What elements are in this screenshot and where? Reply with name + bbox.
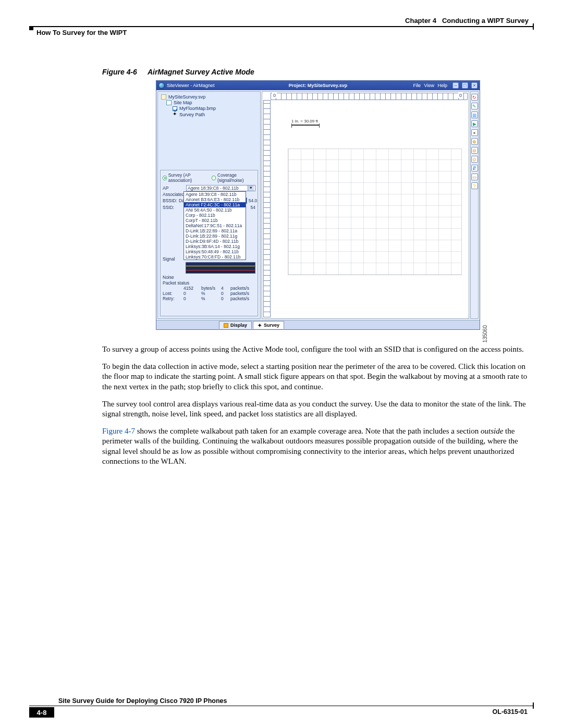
tool-button[interactable]: ⊕ bbox=[471, 138, 478, 145]
figure-caption: Figure 4-6AirMagnet Survey Active Mode bbox=[102, 68, 534, 76]
file-icon bbox=[161, 94, 166, 100]
ruler-horizontal: 0 0 bbox=[271, 93, 468, 100]
assoc-label: Associated: bbox=[163, 192, 185, 197]
dropdown-option[interactable]: D-Link:1B:22:89 - 802.11a bbox=[184, 228, 246, 233]
maximize-button[interactable]: □ bbox=[462, 82, 468, 89]
footer-rule bbox=[29, 706, 534, 707]
signal-label: Signal bbox=[163, 256, 185, 262]
dropdown-option[interactable]: D-Link:D9:6F:4D - 802.11b bbox=[184, 239, 246, 244]
tab-display[interactable]: Display bbox=[219, 321, 252, 329]
dropdown-option[interactable]: Aironet F2:4C:3C - 802.11a bbox=[184, 202, 246, 207]
page-number: 4-8 bbox=[29, 707, 54, 718]
paragraph-1: To survey a group of access points using… bbox=[102, 344, 534, 354]
dropdown-option[interactable]: Agere 18:39:C8 - 802.11b bbox=[184, 192, 246, 197]
minimize-button[interactable]: – bbox=[452, 82, 459, 89]
footer-docid: OL-6315-01 bbox=[493, 708, 528, 715]
tool-button[interactable]: ✎ bbox=[471, 103, 478, 109]
paragraph-4: Figure 4-7 shows the complete walkabout … bbox=[102, 426, 534, 466]
paragraph-3: The survey tool control area displays va… bbox=[102, 399, 534, 419]
ap-dropdown-list[interactable]: Agere 18:39:C8 - 802.11bAironet B3:6A:E3… bbox=[183, 191, 246, 260]
floor-plan bbox=[288, 149, 461, 275]
tool-button[interactable]: ▭ bbox=[471, 174, 478, 180]
dropdown-option[interactable]: CorpT - 802.11b bbox=[184, 218, 246, 223]
header-section: How To Survey for the WIPT bbox=[36, 29, 127, 36]
radio-coverage[interactable]: Coverage (signal/noise) bbox=[212, 172, 255, 183]
airmagnet-screenshot: SiteViewer - AirMagnet Project: MySiteSu… bbox=[156, 80, 480, 330]
noise-label: Noise bbox=[163, 275, 185, 280]
tool-button[interactable]: ⊖ bbox=[471, 147, 478, 154]
display-icon bbox=[224, 323, 228, 328]
image-number: 135060 bbox=[482, 325, 488, 342]
dropdown-option[interactable]: Linksys:50:48:49 - 802.11b bbox=[184, 249, 246, 254]
tool-button[interactable]: ▶ bbox=[471, 120, 478, 127]
paragraph-2: To begin the data collection in active m… bbox=[102, 362, 534, 392]
scale-indicator: 1 in. = 30.09 ft bbox=[291, 119, 320, 126]
ap-dropdown[interactable]: Agere 18:39:C8 - 802.11b▾ bbox=[186, 185, 255, 191]
tool-button[interactable]: ● bbox=[471, 129, 478, 136]
packet-stats: 4152bytes/s4packets/s Lost:0%0packets/s … bbox=[163, 286, 255, 301]
dropdown-option[interactable]: Corp - 802.11b bbox=[184, 213, 246, 218]
person-icon: ✦ bbox=[173, 112, 177, 117]
tool-button[interactable]: ? bbox=[471, 182, 478, 189]
survey-icon: ✦ bbox=[258, 323, 262, 328]
dropdown-option[interactable]: Aironet B3:6A:E3 - 802.11b bbox=[184, 197, 246, 202]
bssid-val: 54.0 bbox=[249, 198, 258, 203]
checked-icon bbox=[173, 106, 177, 111]
ruler-vertical bbox=[263, 100, 271, 317]
app-icon bbox=[158, 82, 165, 89]
footer-tick bbox=[533, 702, 534, 709]
dropdown-option[interactable]: Linksys:70:C8:FD - 802.11b bbox=[184, 254, 246, 260]
figure-4-7-link[interactable]: Figure 4-7 bbox=[102, 427, 135, 435]
tab-bar: Display ✦Survey bbox=[156, 320, 480, 329]
tool-button[interactable]: ⇵ bbox=[471, 165, 478, 171]
ap-label: AP bbox=[163, 186, 185, 191]
menu-bar[interactable]: File View Help bbox=[413, 83, 449, 88]
dropdown-option[interactable]: D-Link:1B:22:89 - 802.11g bbox=[184, 233, 246, 239]
chevron-down-icon: ▾ bbox=[248, 186, 254, 191]
dropdown-option[interactable]: Linksys:3B:6A:14 - 802.11g bbox=[184, 244, 246, 249]
tool-button[interactable]: ⊙ bbox=[471, 156, 478, 163]
bssid-label: BSSID: bbox=[163, 198, 177, 203]
floor-canvas[interactable]: 0 0 1 in. = 30.09 ft bbox=[262, 91, 469, 319]
app-titlebar: SiteViewer - AirMagnet Project: MySiteSu… bbox=[156, 81, 480, 90]
header-chapter: Chapter 4 Conducting a WIPT Survey bbox=[405, 17, 529, 24]
dropdown-option[interactable]: ANI 58:4A:50 - 802.11b bbox=[184, 207, 246, 213]
project-tree[interactable]: MySiteSurvey.svp Site Map MyFloorMap.bmp… bbox=[158, 92, 260, 120]
tab-survey[interactable]: ✦Survey bbox=[253, 321, 284, 329]
app-title: SiteViewer - AirMagnet bbox=[167, 83, 214, 88]
header-marker bbox=[29, 26, 33, 30]
ssid-label: SSID: bbox=[163, 205, 182, 210]
tool-button[interactable]: ↻ bbox=[471, 94, 478, 101]
left-pane: MySiteSurvey.svp Site Map MyFloorMap.bmp… bbox=[157, 91, 261, 319]
close-button[interactable]: × bbox=[471, 82, 478, 89]
radio-survey[interactable]: Survey (AP association) bbox=[163, 172, 206, 183]
header-tick bbox=[533, 23, 534, 30]
right-toolbar: ↻✎▦▶●⊕⊖⊙⇵▭? bbox=[470, 91, 479, 319]
tool-button[interactable]: ▦ bbox=[471, 112, 478, 118]
packet-status-label: Packet status bbox=[163, 280, 255, 286]
project-title: Project: MySiteSurvey.svp bbox=[289, 83, 347, 88]
footer-book-title: Site Survey Guide for Deploying Cisco 79… bbox=[58, 697, 227, 705]
header-rule bbox=[29, 26, 534, 27]
survey-controls: Survey (AP association) Coverage (signal… bbox=[160, 170, 258, 316]
signal-chart bbox=[186, 262, 255, 274]
map-icon bbox=[166, 100, 172, 105]
dropdown-option[interactable]: DeltaNet:17:9C:51 - 802.11a bbox=[184, 223, 246, 228]
